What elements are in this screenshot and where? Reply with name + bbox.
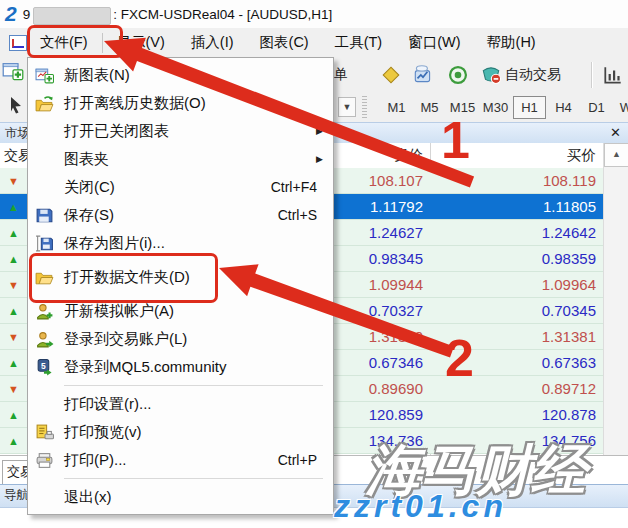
submenu-arrow-icon: ▶	[316, 154, 333, 164]
preview-icon	[28, 424, 64, 441]
candlestick-chart-button[interactable]	[622, 57, 628, 92]
signals-icon[interactable]	[441, 57, 475, 92]
menu-item-profiles[interactable]: 图表夹▶	[28, 145, 333, 173]
quotes-icon[interactable]	[374, 57, 408, 92]
buy-price: 120.878	[430, 406, 603, 423]
file-menu: 新图表(N)打开离线历史数据(O)打开已关闭图表▶图表夹▶关闭(C)Ctrl+F…	[27, 57, 334, 515]
timeframe-button-m5[interactable]: M5	[414, 97, 445, 118]
market-depth-icon[interactable]	[406, 57, 440, 92]
menu-item-label: 打印(P)...	[64, 451, 278, 470]
buy-price: 0.98359	[430, 250, 603, 267]
menu-item-exit[interactable]: 退出(x)	[28, 483, 333, 511]
down-arrow-icon: ▼	[0, 383, 27, 395]
menu-item-label: 打印设置(r)...	[64, 395, 333, 414]
chart-system-icon[interactable]	[9, 35, 27, 51]
timeframe-button-w1[interactable]: W1	[614, 97, 628, 118]
menu-bar-item-help[interactable]: 帮助(H)	[474, 28, 549, 57]
close-icon[interactable]: ✕	[610, 125, 621, 140]
buy-price: 1.09964	[430, 276, 603, 293]
buy-price: 1.11805	[430, 198, 603, 215]
menu-item-login-mql5[interactable]: 5登录到MQL5.community	[28, 353, 333, 381]
menu-item-label: 登录到交易账户(L)	[64, 330, 333, 349]
menu-item-label: 关闭(C)	[64, 178, 271, 197]
scroll-up-icon[interactable]: ▲	[604, 143, 628, 167]
menu-item-save[interactable]: 保存(S)Ctrl+S	[28, 201, 333, 229]
dropdown-arrow-icon: ▼	[338, 97, 356, 117]
menu-bar-item-file[interactable]: 文件(F)	[27, 28, 101, 57]
menu-item-label: 新图表(N)	[64, 66, 333, 85]
menu-bar-items: 文件(F)显示(V)插入(I)图表(C)工具(T)窗口(W)帮助(H)	[27, 28, 549, 57]
menu-bar-item-insert[interactable]: 插入(I)	[178, 28, 247, 57]
menu-item-print-setup[interactable]: 打印设置(r)...	[28, 390, 333, 418]
up-arrow-icon: ▲	[0, 409, 27, 421]
menu-item-label: 退出(x)	[64, 488, 333, 507]
toolbar-grip	[362, 96, 367, 118]
menu-item-shortcut: Ctrl+F4	[271, 179, 333, 195]
account-number-prefix: 9	[23, 7, 31, 22]
buy-price: 0.89712	[430, 380, 603, 397]
floppy-icon	[28, 207, 64, 224]
title-bar: 2 9 : FXCM-USDReal04 - [AUDUSD,H1]	[0, 0, 628, 28]
menu-item-label: 打开离线历史数据(O)	[64, 94, 333, 113]
timeframe-button-h1[interactable]: H1	[513, 96, 546, 119]
menu-item-login-trade[interactable]: 登录到交易账户(L)	[28, 325, 333, 353]
timeframe-button-h4[interactable]: H4	[548, 97, 579, 118]
down-arrow-icon: ▼	[0, 175, 27, 187]
menu-bar-divider	[102, 33, 103, 53]
menu-bar-item-view[interactable]: 显示(V)	[104, 28, 178, 57]
menu-item-open-account[interactable]: 开新模拟帐户(A)	[28, 297, 333, 325]
menu-item-close[interactable]: 关闭(C)Ctrl+F4	[28, 173, 333, 201]
menu-item-label: 打开已关闭图表	[64, 122, 316, 141]
market-watch-scrollbar[interactable]: ▲	[603, 143, 628, 455]
window-title: : FXCM-USDReal04 - [AUDUSD,H1]	[113, 7, 332, 22]
menu-item-open-deleted[interactable]: 打开已关闭图表▶	[28, 117, 333, 145]
timeframe-button-m1[interactable]: M1	[381, 97, 412, 118]
buy-price: 108.119	[430, 172, 603, 189]
menu-item-new-chart[interactable]: 新图表(N)	[28, 61, 333, 89]
buy-price: 134.756	[430, 432, 603, 449]
menu-item-open-offline[interactable]: 打开离线历史数据(O)	[28, 89, 333, 117]
buy-column-header[interactable]: 买价	[430, 146, 596, 165]
menu-bar-item-tools[interactable]: 工具(T)	[322, 28, 396, 57]
submenu-arrow-icon: ▶	[316, 126, 333, 136]
timeframe-buttons: M1M5M15M30H1H4D1W1	[380, 92, 628, 122]
buy-price: 0.67363	[430, 354, 603, 371]
up-arrow-icon: ▲	[0, 227, 27, 239]
svg-text:5: 5	[41, 360, 46, 370]
autotrading-icon[interactable]	[474, 57, 508, 92]
mql5-icon: 5	[28, 359, 64, 376]
up-arrow-icon: ▲	[0, 253, 27, 265]
menu-item-label: 保存(S)	[64, 206, 278, 225]
menu-item-shortcut: Ctrl+P	[278, 452, 333, 468]
buy-price: 1.24642	[430, 224, 603, 241]
menu-item-label: 打开数据文件夹(D)	[64, 268, 333, 287]
menu-bar-item-window[interactable]: 窗口(W)	[395, 28, 473, 57]
floppy-frame-icon	[28, 235, 64, 252]
dropdown-button[interactable]: ▼	[334, 92, 373, 122]
mt4-window: 2 9 : FXCM-USDReal04 - [AUDUSD,H1] 文件(F)…	[0, 0, 628, 528]
up-arrow-icon: ▲	[0, 201, 27, 213]
menu-separator	[64, 385, 323, 386]
folder-history-icon	[28, 95, 64, 112]
chart-plus-icon	[28, 67, 64, 84]
navigator-title: 导航	[4, 488, 29, 502]
menu-item-label: 开新模拟帐户(A)	[64, 302, 333, 321]
down-arrow-icon: ▼	[0, 331, 27, 343]
user-plus-icon	[28, 303, 64, 320]
menu-item-save-picture[interactable]: 保存为图片(i)...	[28, 229, 333, 257]
timeframe-button-d1[interactable]: D1	[581, 97, 612, 118]
menu-item-print-preview[interactable]: 打印预览(v)	[28, 418, 333, 446]
menu-item-shortcut: Ctrl+S	[278, 207, 333, 223]
cursor-toolbar-icon[interactable]	[6, 95, 28, 117]
menu-item-open-data-folder[interactable]: 打开数据文件夹(D)	[28, 263, 333, 291]
menu-bar-item-charts[interactable]: 图表(C)	[247, 28, 322, 57]
menu-item-label: 登录到MQL5.community	[64, 358, 333, 377]
menu-item-print[interactable]: 打印(P)...Ctrl+P	[28, 446, 333, 474]
timeframe-button-m30[interactable]: M30	[480, 97, 511, 118]
timeframe-button-m15[interactable]: M15	[447, 97, 478, 118]
menu-item-label: 打印预览(v)	[64, 423, 333, 442]
autotrading-button[interactable]: 自动交易	[505, 57, 561, 92]
redacted-account-box	[33, 7, 111, 25]
new-chart-toolbar-icon[interactable]	[2, 61, 24, 83]
up-arrow-icon: ▲	[0, 305, 27, 317]
